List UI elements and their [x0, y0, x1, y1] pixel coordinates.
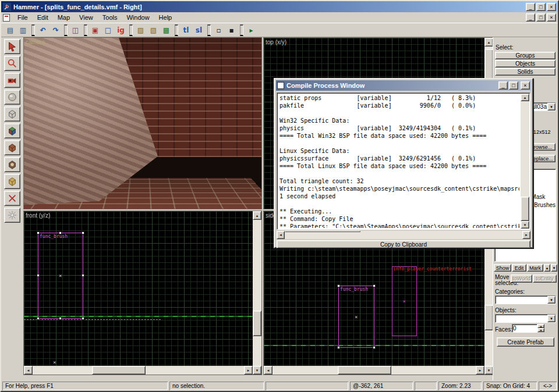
status-resize-indicator[interactable]: <->: [539, 382, 557, 390]
front-2d-canvas[interactable]: func_brush × ×: [24, 211, 253, 366]
scrollbar-thumb[interactable]: [285, 231, 360, 232]
move-down-button[interactable]: ▼: [551, 264, 557, 272]
hide-unselected-button[interactable]: ▧: [147, 24, 160, 36]
to-world-button[interactable]: toWorld: [511, 275, 532, 283]
scrollbar-thumb[interactable]: [253, 311, 261, 336]
scrollbar-thumb[interactable]: [484, 49, 493, 79]
scroll-left-button[interactable]: ◄: [277, 231, 285, 239]
brush-handle[interactable]: [82, 317, 84, 320]
compile-close-button[interactable]: ×: [521, 81, 530, 90]
scroll-up-button[interactable]: ▲: [253, 211, 261, 220]
select-groups[interactable]: Groups: [495, 52, 556, 59]
save-window-state-button[interactable]: ▥: [17, 24, 29, 36]
brush-handle[interactable]: [37, 231, 40, 234]
scroll-right-button[interactable]: ►: [522, 231, 530, 239]
scroll-down-button[interactable]: ▼: [521, 221, 529, 229]
camera-tool-button[interactable]: [4, 73, 20, 88]
brush-handle[interactable]: [37, 274, 40, 277]
maximize-button[interactable]: □: [536, 3, 546, 11]
brush-handle[interactable]: [373, 284, 376, 287]
scrollbar-thumb[interactable]: [521, 197, 529, 221]
console-horizontal-scrollbar[interactable]: ◄ ►: [277, 231, 530, 239]
scroll-down-button[interactable]: ▼: [253, 366, 261, 375]
scrollbar-track[interactable]: [285, 231, 522, 239]
select-objects[interactable]: Objects: [495, 60, 556, 67]
to-entity-button[interactable]: toEntity: [533, 275, 557, 283]
scroll-left-button[interactable]: ◄: [264, 366, 273, 375]
faces-input[interactable]: 0: [512, 324, 537, 333]
scrollbar-thumb[interactable]: [484, 305, 493, 330]
brush-func-brush[interactable]: func_brush ×: [38, 233, 83, 319]
load-window-state-button[interactable]: ▤: [4, 24, 16, 36]
spinner-down-icon[interactable]: ▼: [537, 328, 544, 332]
entity-info-player-counterterrorist[interactable]: info_player_counterterrorist ×: [392, 266, 417, 336]
copy-to-clipboard-button[interactable]: Copy to Clipboard: [277, 240, 530, 248]
undo-button[interactable]: ↶: [37, 24, 49, 36]
mdi-minimize-button[interactable]: _: [526, 13, 535, 22]
hide-selected-button[interactable]: ▨: [135, 24, 147, 36]
brush-handle[interactable]: [59, 231, 62, 234]
menu-item-map[interactable]: Map: [53, 13, 75, 22]
scroll-right-button[interactable]: ►: [476, 366, 484, 375]
front-vertical-scrollbar[interactable]: ▲ ▼: [253, 211, 261, 375]
clipping-tool-button[interactable]: [4, 191, 20, 206]
scroll-left-button[interactable]: ◄: [24, 366, 33, 375]
faces-spinner[interactable]: ▲ ▼: [537, 324, 544, 333]
show-all-button[interactable]: ▩: [160, 24, 172, 36]
menu-item-view[interactable]: View: [75, 13, 98, 22]
side-horizontal-scrollbar[interactable]: ◄ ►: [264, 366, 484, 375]
minimize-button[interactable]: _: [526, 3, 535, 11]
brush-func-brush[interactable]: func_brush ×: [338, 286, 374, 348]
menu-item-tools[interactable]: Tools: [98, 13, 122, 22]
front-horizontal-scrollbar[interactable]: ◄ ►: [24, 366, 253, 375]
brush-handle[interactable]: [337, 346, 340, 349]
select-solids[interactable]: Solids: [495, 68, 556, 76]
console-vertical-scrollbar[interactable]: ▲ ▼: [521, 94, 529, 229]
magnify-tool-button[interactable]: [4, 56, 20, 71]
ungroup-button[interactable]: □: [102, 24, 114, 36]
compile-window-title-bar[interactable]: Compile Process Window _ □ ×: [276, 80, 531, 91]
scrollbar-track[interactable]: [273, 366, 476, 375]
texture-application-tool-button[interactable]: [4, 123, 20, 138]
block-tool-button[interactable]: [4, 106, 20, 122]
menu-item-window[interactable]: Window: [122, 13, 154, 22]
brush-handle[interactable]: [82, 231, 84, 234]
mark-button[interactable]: Mark: [527, 264, 543, 272]
compile-process-window[interactable]: Compile Process Window _ □ × static prop…: [274, 78, 533, 248]
categories-combobox[interactable]: ▼: [495, 295, 556, 304]
run-map-button[interactable]: ▸: [245, 24, 257, 36]
selection-tool-button[interactable]: [4, 39, 20, 54]
menu-item-edit[interactable]: Edit: [33, 13, 53, 22]
mdi-close-button[interactable]: ×: [547, 13, 556, 22]
grid-smaller-button[interactable]: ▫: [213, 24, 225, 36]
scrollbar-track[interactable]: [521, 101, 529, 221]
camera-3d-scene[interactable]: [24, 38, 261, 209]
scrollbar-track[interactable]: [253, 220, 261, 366]
overlay-tool-button[interactable]: [4, 174, 20, 189]
decal-tool-button[interactable]: [4, 157, 20, 172]
ignore-groups-button[interactable]: ig: [115, 24, 127, 36]
scrollbar-thumb[interactable]: [338, 366, 391, 375]
brush-handle[interactable]: [37, 317, 40, 320]
brush-handle[interactable]: [82, 274, 84, 277]
create-prefab-button[interactable]: Create Prefab: [497, 337, 554, 347]
combo-dropdown-icon[interactable]: ▼: [547, 103, 556, 111]
viewport-front[interactable]: func_brush × × front (y/z) ▲ ▼ ◄ ►: [23, 211, 262, 375]
vertex-tool-button[interactable]: [4, 208, 20, 223]
entity-tool-button[interactable]: [4, 90, 20, 105]
apply-texture-tool-button[interactable]: [4, 140, 20, 155]
compile-console[interactable]: static props [variable] 1/12 ( 8.3%) pak…: [277, 92, 530, 230]
brush-handle[interactable]: [337, 284, 340, 287]
mdi-restore-button[interactable]: □: [536, 13, 546, 22]
viewport-camera[interactable]: camera: [23, 37, 262, 209]
brush-handle[interactable]: [59, 317, 62, 320]
group-button[interactable]: ▣: [89, 24, 101, 36]
scrollbar-track[interactable]: [33, 366, 244, 375]
edit-button[interactable]: Edit: [512, 264, 526, 272]
texture-scale-lock-button[interactable]: sl: [193, 24, 205, 36]
redo-button[interactable]: ↷: [49, 24, 62, 36]
document-icon[interactable]: [3, 14, 10, 22]
scroll-right-button[interactable]: ►: [244, 366, 253, 375]
menu-item-help[interactable]: Help: [154, 13, 177, 22]
carve-button[interactable]: ◫: [69, 24, 82, 36]
